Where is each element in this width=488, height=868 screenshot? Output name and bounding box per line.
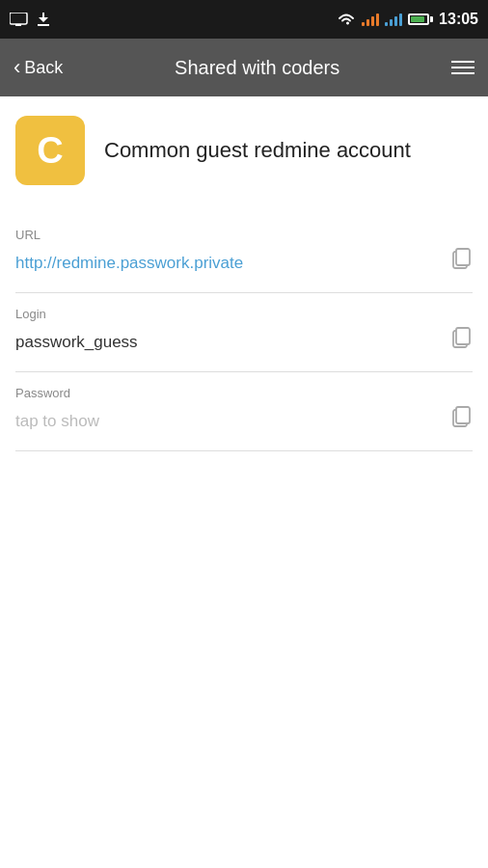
svg-rect-1 [15,24,21,26]
signal-bars-2-icon [385,13,402,26]
nav-title: Shared with coders [175,57,339,79]
hamburger-line-3 [451,72,474,74]
url-value[interactable]: http://redmine.passwork.private [15,254,243,273]
status-bar-right-icons: 13:05 [337,11,478,28]
svg-rect-2 [38,24,49,26]
status-bar-left-icons [10,12,50,27]
url-field-section: URL http://redmine.passwork.private [15,214,473,293]
main-content: C Common guest redmine account URL http:… [0,96,488,471]
login-value: passwork_guess [15,333,138,352]
status-time: 13:05 [439,11,478,28]
login-label: Login [15,307,473,321]
password-label: Password [15,386,473,400]
signal-bars-icon [362,13,379,26]
login-copy-button[interactable] [449,327,473,358]
back-label: Back [24,58,63,78]
download-icon [37,12,50,27]
url-copy-button[interactable] [449,248,473,279]
battery-icon [408,14,433,25]
svg-rect-8 [456,407,470,423]
login-field-section: Login passwork_guess [15,293,473,372]
login-row: passwork_guess [15,327,473,358]
url-label: URL [15,228,473,242]
password-field-section: Password tap to show [15,372,473,451]
account-name: Common guest redmine account [104,137,411,165]
account-icon-letter: C [37,130,63,172]
password-copy-button[interactable] [449,406,473,437]
back-button[interactable]: ‹ Back [14,55,63,80]
svg-rect-6 [456,328,470,344]
hamburger-line-1 [451,61,474,63]
password-value[interactable]: tap to show [15,412,99,431]
nav-bar: ‹ Back Shared with coders [0,39,488,96]
hamburger-line-2 [451,67,474,68]
account-icon: C [15,116,85,185]
screen-icon [10,13,29,26]
wifi-icon [337,13,356,26]
back-arrow-icon: ‹ [14,55,20,80]
svg-rect-4 [456,249,470,265]
menu-button[interactable] [451,61,474,74]
account-header: C Common guest redmine account [15,116,473,185]
status-bar: 13:05 [0,0,488,39]
svg-rect-0 [10,13,27,24]
password-row: tap to show [15,406,473,437]
url-row: http://redmine.passwork.private [15,248,473,279]
